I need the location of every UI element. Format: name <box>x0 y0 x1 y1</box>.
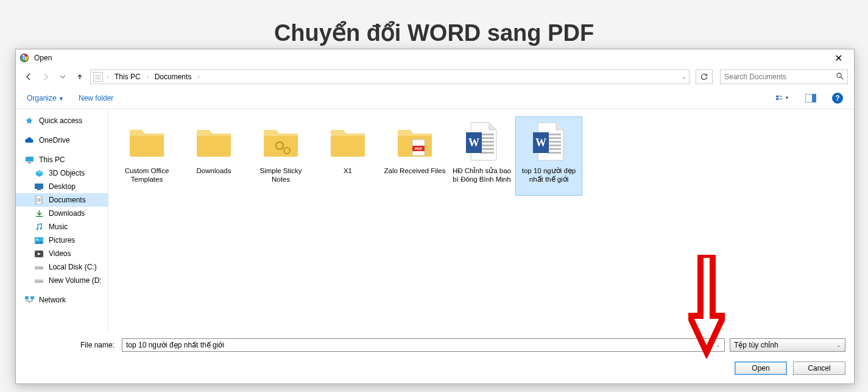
svg-point-25 <box>41 268 42 269</box>
sidebar-new-volume-d[interactable]: New Volume (D: <box>16 274 108 287</box>
breadcrumb-this-pc[interactable]: This PC <box>112 73 143 81</box>
sidebar-label: Quick access <box>39 116 82 125</box>
svg-rect-40 <box>481 148 494 150</box>
svg-rect-6 <box>780 96 783 96</box>
cancel-button[interactable]: Cancel <box>793 362 845 375</box>
cloud-icon <box>24 135 34 145</box>
open-button[interactable]: Open <box>735 362 787 375</box>
svg-rect-22 <box>42 255 43 257</box>
svg-rect-7 <box>780 98 783 99</box>
sidebar-desktop[interactable]: Desktop <box>16 180 108 193</box>
filetype-label: Tệp tùy chỉnh <box>734 341 778 349</box>
sidebar-local-disk-c[interactable]: Local Disk (C:) <box>16 260 108 274</box>
file-item[interactable]: W top 10 người đẹp nhất thế giới <box>515 116 582 196</box>
app-icon <box>19 53 29 63</box>
file-label: HĐ Chỉnh sửa bao bì Đông Bình Minh <box>451 166 513 184</box>
breadcrumb-documents[interactable]: Documents <box>152 73 194 81</box>
search-icon <box>836 72 844 82</box>
sidebar-label: Network <box>39 296 66 304</box>
svg-rect-19 <box>35 251 37 252</box>
file-item[interactable]: PDF Zalo Received Files <box>381 116 448 196</box>
file-item[interactable]: W HĐ Chỉnh sửa bao bì Đông Bình Minh <box>448 116 515 196</box>
breadcrumb-bar[interactable]: › This PC › Documents › ⌄ <box>90 69 690 84</box>
svg-rect-48 <box>548 148 561 150</box>
svg-rect-49 <box>548 152 561 154</box>
sidebar-label: Music <box>49 223 68 231</box>
sidebar-documents[interactable]: Documents <box>16 193 108 207</box>
refresh-button[interactable] <box>696 69 713 84</box>
chevron-down-icon: ⌄ <box>836 342 841 348</box>
svg-rect-10 <box>26 157 34 162</box>
help-button[interactable]: ? <box>832 93 843 104</box>
svg-text:W: W <box>535 137 546 149</box>
svg-rect-39 <box>481 144 494 146</box>
back-button[interactable] <box>22 70 35 84</box>
sidebar-network[interactable]: Network <box>16 293 108 307</box>
sidebar-label: Videos <box>49 249 71 258</box>
sidebar-label: OneDrive <box>39 136 70 144</box>
close-button[interactable]: ✕ <box>826 50 850 66</box>
file-item[interactable]: Downloads <box>180 116 247 196</box>
file-item[interactable]: Custom Office Templates <box>113 116 180 196</box>
new-folder-button[interactable]: New folder <box>79 94 113 102</box>
chevron-down-icon[interactable]: ⌄ <box>716 342 721 348</box>
footer: File name: ⌄ Tệp tùy chỉnh ⌄ Open Cancel <box>16 332 854 383</box>
sidebar-music[interactable]: Music <box>16 220 108 233</box>
svg-text:PDF: PDF <box>415 147 422 151</box>
sidebar-this-pc[interactable]: This PC <box>16 153 108 166</box>
svg-rect-13 <box>37 189 41 190</box>
folder-icon <box>328 120 367 163</box>
page-heading: Chuyển đổi WORD sang PDF <box>0 0 868 46</box>
chevron-right-icon: › <box>195 74 202 80</box>
file-label: X1 <box>344 166 352 175</box>
sidebar-pictures[interactable]: Pictures <box>16 233 108 247</box>
forward-button[interactable] <box>39 70 52 84</box>
view-mode-button[interactable]: ▼ <box>776 91 789 105</box>
sidebar-label: New Volume (D: <box>49 276 102 285</box>
recent-dropdown[interactable] <box>56 70 69 84</box>
dialog-body: Quick access OneDrive This PC 3D Objects… <box>16 109 854 332</box>
word-icon: W <box>529 120 568 163</box>
filetype-select[interactable]: Tệp tùy chỉnh ⌄ <box>730 338 845 352</box>
nav-row: › This PC › Documents › ⌄ <box>16 66 854 87</box>
video-icon <box>34 249 44 258</box>
folder-icon <box>194 120 233 163</box>
document-icon <box>34 195 44 205</box>
sidebar: Quick access OneDrive This PC 3D Objects… <box>16 109 108 332</box>
toolbar: Organize ▼ New folder ▼ ? <box>16 87 854 109</box>
svg-rect-47 <box>548 144 561 146</box>
sidebar-videos[interactable]: Videos <box>16 247 108 260</box>
sidebar-label: Pictures <box>49 236 75 244</box>
chevron-right-icon: › <box>104 74 111 80</box>
sidebar-downloads[interactable]: Downloads <box>16 207 108 220</box>
sidebar-3d-objects[interactable]: 3D Objects <box>16 166 108 180</box>
sidebar-label: 3D Objects <box>49 169 85 177</box>
svg-point-17 <box>37 238 38 240</box>
filename-input[interactable] <box>126 341 716 349</box>
sidebar-quick-access[interactable]: Quick access <box>16 114 108 127</box>
cube-icon <box>34 168 44 178</box>
sidebar-onedrive[interactable]: OneDrive <box>16 134 108 147</box>
picture-icon <box>34 235 44 245</box>
svg-rect-11 <box>28 162 31 163</box>
folder-gears-icon <box>261 120 300 163</box>
search-input[interactable] <box>724 73 836 81</box>
word-icon: W <box>462 120 501 163</box>
folder-pdf-icon: PDF <box>395 120 434 163</box>
file-grid: Custom Office Templates Downloads Simple… <box>108 109 854 332</box>
svg-rect-29 <box>25 296 29 299</box>
file-item[interactable]: Simple Sticky Notes <box>247 116 314 196</box>
search-box[interactable] <box>720 69 848 84</box>
file-label: Downloads <box>197 166 231 175</box>
desktop-icon <box>34 182 44 191</box>
svg-point-3 <box>837 73 841 77</box>
chevron-down-icon[interactable]: ⌄ <box>682 74 686 80</box>
filename-combobox[interactable]: ⌄ <box>122 338 725 352</box>
organize-button[interactable]: Organize ▼ <box>27 94 64 102</box>
file-item[interactable]: X1 <box>314 116 381 196</box>
titlebar: Open ✕ <box>16 49 854 66</box>
svg-rect-46 <box>548 141 561 143</box>
preview-pane-button[interactable] <box>804 91 817 105</box>
svg-rect-27 <box>35 279 43 280</box>
up-button[interactable] <box>73 70 86 84</box>
